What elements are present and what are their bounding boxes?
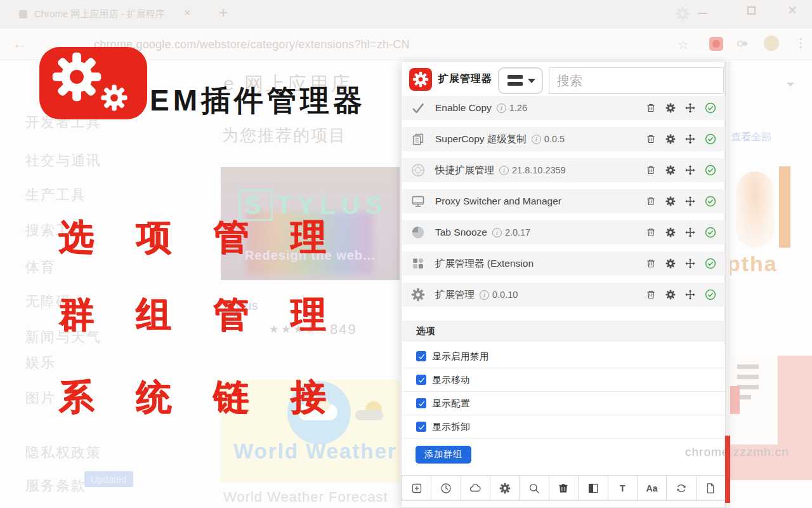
extension-row: Tab Snoozei2.0.17 bbox=[402, 220, 725, 244]
toolbar-cloud-button[interactable] bbox=[461, 475, 490, 501]
enabled-check-icon[interactable] bbox=[705, 164, 716, 176]
uninstall-trash-icon[interactable] bbox=[646, 196, 656, 206]
screen: Chrome 网上应用店 - 扩展程序 × + × ← chrome.googl… bbox=[0, 0, 812, 508]
window-minimize-button[interactable] bbox=[698, 13, 707, 14]
option-label: 显示移动 bbox=[432, 374, 470, 386]
toolbar-gear-tb-button[interactable] bbox=[490, 475, 520, 501]
captcha-text: ptha bbox=[727, 251, 778, 276]
window-maximize-button[interactable] bbox=[747, 6, 756, 15]
em-app-icon bbox=[39, 47, 147, 119]
options-gear-icon[interactable] bbox=[665, 290, 676, 300]
move-icon[interactable] bbox=[685, 258, 695, 269]
feature-option-management: 选 项 管 理 bbox=[58, 213, 343, 262]
uninstall-trash-icon[interactable] bbox=[646, 103, 656, 113]
sidebar-item[interactable]: 服务条款 bbox=[25, 476, 86, 495]
add-group-button[interactable]: 添加群组 bbox=[416, 446, 471, 464]
move-icon[interactable] bbox=[685, 227, 695, 237]
view-mode-dropdown[interactable] bbox=[498, 67, 543, 94]
browser-menu-icon[interactable]: ⋮ bbox=[795, 36, 807, 50]
enabled-check-icon[interactable] bbox=[705, 102, 716, 114]
option-label: 显示拆卸 bbox=[432, 421, 470, 433]
clock-pie-icon bbox=[411, 225, 425, 239]
trash-filled-icon bbox=[558, 483, 569, 494]
copy-icon bbox=[411, 132, 425, 146]
sidebar-item[interactable]: 体育 bbox=[25, 258, 56, 277]
checkbox-checked[interactable] bbox=[416, 398, 426, 408]
sidebar-item[interactable]: 生产工具 bbox=[25, 185, 86, 204]
option-row: 显示拆卸 bbox=[402, 415, 725, 439]
toolbar-text-aa-button[interactable]: Aa bbox=[637, 475, 667, 501]
extension-version: 0.0.5 bbox=[544, 134, 565, 144]
add-window-icon bbox=[411, 483, 422, 494]
options-gear-icon[interactable] bbox=[665, 227, 676, 237]
move-icon[interactable] bbox=[685, 290, 695, 300]
checkbox-checked[interactable] bbox=[416, 351, 426, 361]
move-icon[interactable] bbox=[685, 196, 695, 206]
scrollbar-thumb[interactable] bbox=[725, 436, 730, 503]
enabled-check-icon[interactable] bbox=[705, 289, 716, 300]
url-text[interactable]: chrome.google.com/webstore/category/exte… bbox=[94, 38, 410, 51]
options-gear-icon[interactable] bbox=[665, 134, 676, 144]
check-circle-icon bbox=[705, 164, 716, 176]
move-icon bbox=[685, 196, 695, 206]
options-section-header: 选项 bbox=[402, 321, 725, 342]
sidebar-item[interactable]: 图片 bbox=[25, 389, 56, 408]
enabled-check-icon[interactable] bbox=[705, 196, 716, 207]
search-input[interactable] bbox=[549, 67, 724, 94]
move-icon[interactable] bbox=[685, 103, 695, 113]
toolbar-file-button[interactable] bbox=[696, 475, 726, 501]
extensions-puzzle-icon[interactable]: ⚩ bbox=[737, 36, 748, 51]
new-tab-button[interactable]: + bbox=[219, 4, 228, 22]
back-icon[interactable]: ← bbox=[13, 36, 27, 52]
checkbox-checked[interactable] bbox=[416, 375, 426, 385]
gear-icon bbox=[665, 165, 676, 175]
toolbar-refresh-button[interactable] bbox=[666, 475, 696, 501]
move-icon[interactable] bbox=[685, 134, 695, 144]
toolbar-clock-button[interactable] bbox=[431, 475, 461, 501]
checkbox-checked[interactable] bbox=[416, 422, 426, 432]
toolbar-contrast-button[interactable] bbox=[578, 475, 608, 501]
toolbar-trash-filled-button[interactable] bbox=[549, 475, 579, 501]
options-gear-icon[interactable] bbox=[665, 165, 676, 175]
toolbar-text-t-button[interactable]: T bbox=[608, 475, 638, 501]
move-icon[interactable] bbox=[685, 165, 695, 175]
recommended-heading: 为您推荐的项目 bbox=[222, 124, 346, 147]
search-icon bbox=[528, 483, 540, 494]
gear-icon bbox=[675, 6, 690, 22]
options-gear-icon[interactable] bbox=[665, 258, 676, 269]
tab-close-icon[interactable]: × bbox=[184, 6, 191, 20]
enabled-check-icon[interactable] bbox=[705, 227, 716, 238]
weather-title: World Weather bbox=[233, 439, 397, 464]
sidebar-item[interactable]: 隐私权政策 bbox=[25, 443, 102, 462]
view-all-link[interactable]: 查看全部 bbox=[731, 131, 771, 144]
uninstall-trash-icon[interactable] bbox=[646, 165, 656, 175]
bookmark-star-icon[interactable]: ☆ bbox=[678, 37, 689, 52]
toolbar-search-button[interactable] bbox=[519, 475, 549, 501]
options-gear-icon[interactable] bbox=[665, 196, 676, 206]
extension-icon bbox=[409, 225, 428, 239]
toolbar-add-window-button[interactable] bbox=[402, 475, 431, 501]
enabled-check-icon[interactable] bbox=[705, 258, 716, 269]
option-row: 显示启用禁用 bbox=[402, 345, 725, 368]
profile-avatar[interactable] bbox=[764, 36, 779, 51]
options-gear-icon[interactable] bbox=[665, 103, 676, 113]
uninstall-trash-icon[interactable] bbox=[646, 290, 656, 300]
gear-icon bbox=[665, 103, 676, 113]
gear-icon bbox=[665, 227, 676, 237]
extension-version: 2.0.17 bbox=[505, 227, 530, 237]
gear-tb-icon bbox=[499, 483, 511, 494]
sidebar-item[interactable]: 社交与通讯 bbox=[25, 151, 102, 170]
uninstall-trash-icon[interactable] bbox=[646, 134, 656, 144]
extension-pinned-icon[interactable] bbox=[709, 37, 723, 51]
enabled-check-icon[interactable] bbox=[705, 133, 716, 145]
gear-red-icon bbox=[412, 71, 429, 88]
window-close-button[interactable]: × bbox=[788, 1, 797, 19]
sidebar-item[interactable]: 娱乐 bbox=[25, 353, 56, 372]
weather-subtitle: World Weather Forecast bbox=[223, 489, 388, 505]
move-icon bbox=[685, 290, 695, 300]
tab-title[interactable]: Chrome 网上应用店 - 扩展程序 bbox=[34, 8, 165, 20]
uninstall-trash-icon[interactable] bbox=[646, 227, 656, 237]
uninstall-trash-icon[interactable] bbox=[646, 258, 656, 269]
move-icon bbox=[685, 165, 695, 175]
extension-version: 1.26 bbox=[509, 103, 527, 113]
